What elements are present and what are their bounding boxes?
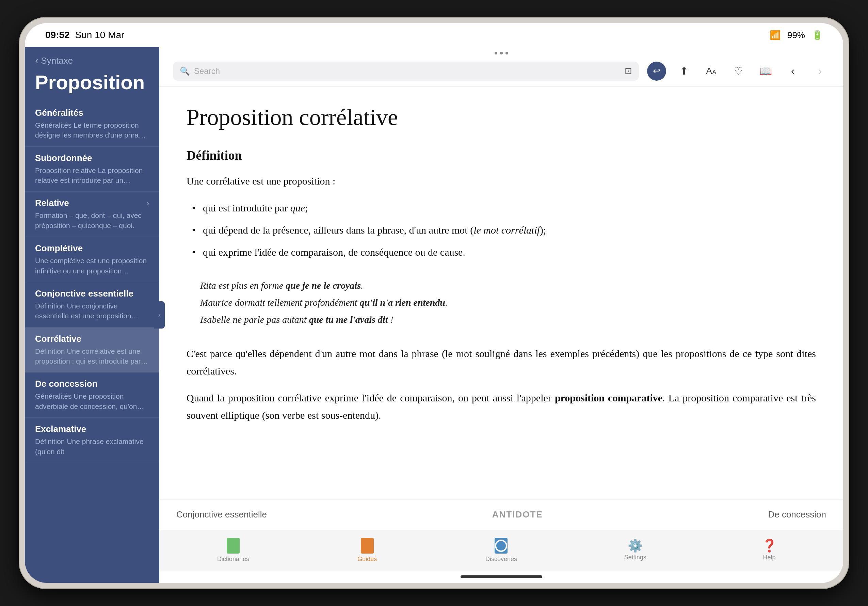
status-time: 09:52 bbox=[45, 29, 70, 40]
toolbar: 🔍 Search ⊡ ↩ ⬆ AA bbox=[159, 56, 843, 87]
tab-guides[interactable]: Guides bbox=[354, 538, 381, 563]
sidebar-item-desc-generalites: Généralités Le terme proposition désigne… bbox=[35, 120, 149, 140]
sidebar-item-title-generalites: Généralités bbox=[35, 108, 84, 118]
battery-level: 99% bbox=[787, 30, 805, 40]
scan-icon[interactable]: ⊡ bbox=[625, 66, 632, 76]
book-button[interactable]: 📖 bbox=[756, 62, 775, 81]
intro-text: Une corrélative est une proposition : bbox=[186, 172, 816, 190]
share-icon: ⬆ bbox=[680, 65, 688, 77]
home-indicator bbox=[159, 570, 843, 583]
sidebar-back-button[interactable]: ‹ Syntaxe bbox=[35, 55, 149, 66]
bullet-list: qui est introduite par que; qui dépend d… bbox=[186, 199, 816, 261]
sidebar-item-title-conjonctive-essentielle: Conjonctive essentielle bbox=[35, 288, 133, 299]
nav-forward-icon: › bbox=[818, 65, 822, 77]
bullet-item-1: qui est introduite par que; bbox=[186, 199, 816, 217]
sidebar-item-title-relative: Relative bbox=[35, 198, 69, 208]
wifi-icon: 📶 bbox=[770, 30, 781, 40]
sidebar-item-desc-relative: Formation – que, dont – qui, avec prépos… bbox=[35, 211, 149, 231]
settings-icon: ⚙️ bbox=[628, 539, 643, 552]
chevron-right-icon: › bbox=[147, 199, 149, 208]
heart-icon: ♡ bbox=[734, 65, 743, 77]
tab-dictionaries-label: Dictionaries bbox=[217, 556, 249, 563]
back-circle-icon: ↩ bbox=[653, 66, 660, 76]
dot1 bbox=[494, 52, 497, 54]
sidebar-items-list: GénéralitésGénéralités Le terme proposit… bbox=[25, 99, 159, 583]
tab-discoveries-label: Discoveries bbox=[485, 556, 517, 563]
battery-icon: 🔋 bbox=[812, 30, 823, 40]
tab-guides-label: Guides bbox=[357, 556, 377, 563]
sidebar-item-title-completive: Complétive bbox=[35, 243, 83, 254]
sidebar-item-desc-correlative: Définition Une corrélative est une propo… bbox=[35, 346, 149, 366]
status-bar: 09:52 Sun 10 Mar 📶 99% 🔋 bbox=[25, 23, 843, 47]
drag-dots bbox=[494, 52, 508, 54]
sidebar-section-title: Proposition bbox=[35, 71, 149, 93]
dictionaries-icon bbox=[227, 538, 240, 553]
nav-prev-label[interactable]: Conjonctive essentielle bbox=[176, 509, 267, 520]
paragraph-1: C'est parce qu'elles dépendent d'un autr… bbox=[186, 345, 816, 380]
sidebar-item-title-exclamative: Exclamative bbox=[35, 424, 86, 434]
share-button[interactable]: ⬆ bbox=[674, 62, 693, 81]
sidebar-item-desc-conjonctive-essentielle: Définition Une conjonctive essentielle e… bbox=[35, 301, 149, 321]
sidebar-item-relative[interactable]: Relative›Formation – que, dont – qui, av… bbox=[25, 192, 159, 237]
article-nav-bar: Conjonctive essentielle ANTIDOTE De conc… bbox=[159, 499, 843, 530]
example-block: Rita est plus en forme que je ne le croy… bbox=[186, 270, 816, 335]
sidebar-item-desc-subordonnee: Proposition relative La proposition rela… bbox=[35, 166, 149, 186]
back-arrow-icon: ‹ bbox=[35, 55, 38, 66]
search-icon: 🔍 bbox=[180, 67, 190, 76]
bullet-item-2: qui dépend de la présence, ailleurs dans… bbox=[186, 221, 816, 239]
article-title: Proposition corrélative bbox=[186, 104, 816, 132]
example-2: Maurice dormait tellement profondément q… bbox=[200, 294, 802, 311]
nav-center-label: ANTIDOTE bbox=[492, 509, 543, 520]
sidebar-item-conjonctive-essentielle[interactable]: Conjonctive essentielleDéfinition Une co… bbox=[25, 282, 159, 327]
nav-back-icon: ‹ bbox=[791, 65, 795, 77]
home-bar bbox=[460, 575, 542, 578]
tab-help[interactable]: ❓ Help bbox=[756, 539, 783, 561]
heart-button[interactable]: ♡ bbox=[729, 62, 748, 81]
sidebar-item-desc-exclamative: Définition Une phrase exclamative (qu'on… bbox=[35, 437, 149, 457]
nav-back-button[interactable]: ‹ bbox=[783, 62, 802, 81]
discoveries-icon bbox=[494, 538, 507, 553]
sidebar-item-completive[interactable]: ComplétiveUne complétive est une proposi… bbox=[25, 237, 159, 282]
status-date: Sun 10 Mar bbox=[75, 29, 125, 40]
book-icon: 📖 bbox=[760, 65, 772, 77]
search-bar[interactable]: 🔍 Search ⊡ bbox=[173, 62, 639, 81]
collapse-icon: › bbox=[158, 312, 160, 319]
sidebar-item-desc-completive: Une complétive est une proposition infin… bbox=[35, 256, 149, 276]
article-content: Proposition corrélative Définition Une c… bbox=[159, 87, 843, 499]
help-icon: ❓ bbox=[762, 539, 777, 552]
example-1: Rita est plus en forme que je ne le croy… bbox=[200, 277, 802, 294]
content-area: 🔍 Search ⊡ ↩ ⬆ AA bbox=[159, 47, 843, 583]
sidebar-item-de-concession[interactable]: De concessionGénéralités Une proposition… bbox=[25, 372, 159, 418]
search-placeholder: Search bbox=[194, 67, 620, 76]
example-3: Isabelle ne parle pas autant que tu me l… bbox=[200, 311, 802, 328]
sidebar-item-correlative[interactable]: CorrélativeDéfinition Une corrélative es… bbox=[25, 327, 159, 373]
tab-settings[interactable]: ⚙️ Settings bbox=[622, 539, 649, 561]
sidebar-item-title-subordonnee: Subordonnée bbox=[35, 153, 92, 163]
guides-icon bbox=[361, 538, 374, 553]
back-circle-button[interactable]: ↩ bbox=[647, 62, 666, 81]
font-size-button[interactable]: AA bbox=[702, 62, 721, 81]
sidebar-item-desc-de-concession: Généralités Une proposition adverbiale d… bbox=[35, 391, 149, 411]
dot2 bbox=[500, 52, 503, 54]
paragraph-2: Quand la proposition corrélative exprime… bbox=[186, 389, 816, 424]
nav-next-label[interactable]: De concession bbox=[768, 509, 826, 520]
sidebar-collapse-handle[interactable]: › bbox=[154, 301, 165, 329]
tab-bar: Dictionaries Guides Discoveries ⚙️ Setti… bbox=[159, 530, 843, 570]
sidebar-back-label: Syntaxe bbox=[41, 56, 73, 66]
tab-settings-label: Settings bbox=[624, 554, 646, 561]
definition-heading: Définition bbox=[186, 148, 816, 163]
font-size-icon: AA bbox=[706, 66, 716, 77]
bullet-item-3: qui exprime l'idée de comparaison, de co… bbox=[186, 243, 816, 261]
tab-help-label: Help bbox=[763, 554, 776, 561]
sidebar-item-exclamative[interactable]: ExclamativeDéfinition Une phrase exclama… bbox=[25, 418, 159, 463]
sidebar-item-title-de-concession: De concession bbox=[35, 378, 98, 389]
toolbar-container: 🔍 Search ⊡ ↩ ⬆ AA bbox=[159, 47, 843, 87]
sidebar-item-subordonnee[interactable]: SubordonnéeProposition relative La propo… bbox=[25, 147, 159, 192]
sidebar: ‹ Syntaxe Proposition GénéralitésGénéral… bbox=[25, 47, 159, 583]
sidebar-item-generalites[interactable]: GénéralitésGénéralités Le terme proposit… bbox=[25, 101, 159, 147]
tab-dictionaries[interactable]: Dictionaries bbox=[220, 538, 247, 563]
nav-forward-button[interactable]: › bbox=[811, 62, 829, 81]
sidebar-item-title-correlative: Corrélative bbox=[35, 334, 81, 344]
tab-discoveries[interactable]: Discoveries bbox=[487, 538, 515, 563]
dot3 bbox=[505, 52, 508, 54]
